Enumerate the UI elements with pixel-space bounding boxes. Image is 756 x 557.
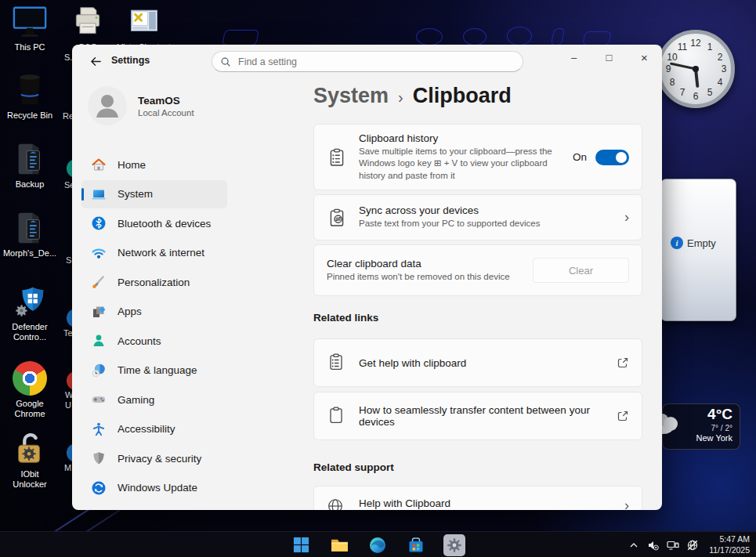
link-label: Help with Clipboard bbox=[359, 497, 613, 509]
icon-label: Recycle Bin bbox=[7, 110, 52, 121]
neon-glyph bbox=[463, 28, 487, 45]
system-tray: 5:47 AM 11/17/2025 bbox=[628, 532, 750, 557]
tray-chevron-up-icon[interactable] bbox=[628, 539, 640, 552]
settings-nav: Home System Bluetooth & devices Network … bbox=[81, 150, 227, 503]
start-button[interactable] bbox=[290, 534, 312, 556]
clock-numeral: 1 bbox=[707, 42, 713, 52]
sidebar-item-accessibility[interactable]: Accessibility bbox=[81, 415, 227, 443]
neon-glyph bbox=[222, 30, 259, 45]
clock-gadget[interactable]: 12 1 2 3 4 5 6 7 8 9 10 11 bbox=[657, 30, 735, 108]
clock-numeral: 2 bbox=[718, 52, 723, 63]
desktop-icon-recycle-bin[interactable]: Recycle Bin bbox=[2, 72, 58, 121]
sidebar-item-system[interactable]: System bbox=[81, 180, 227, 208]
gadget-status-text: Empty bbox=[687, 237, 716, 249]
person-icon bbox=[91, 333, 107, 349]
desktop-icon-defender-control[interactable]: Defender Contro... bbox=[2, 284, 58, 342]
related-support-heading: Related support bbox=[313, 461, 394, 473]
sidebar-item-gaming[interactable]: Gaming bbox=[81, 385, 227, 414]
link-label: How to seamlessly transfer content betwe… bbox=[359, 404, 602, 428]
sidebar-item-bluetooth-devices[interactable]: Bluetooth & devices bbox=[81, 209, 227, 237]
recycle-bin-icon bbox=[12, 72, 48, 108]
partial-icon-label: S bbox=[66, 255, 71, 265]
sidebar-item-network-internet[interactable]: Network & internet bbox=[81, 239, 227, 267]
weather-gadget[interactable]: 4°C 7° / 2° New York bbox=[653, 401, 740, 450]
back-button[interactable] bbox=[85, 51, 107, 71]
settings-main-content: System › Clipboard Clipboard history Sav… bbox=[313, 45, 642, 510]
volume-muted-icon[interactable] bbox=[647, 539, 660, 552]
desktop-icon-backup[interactable]: Backup bbox=[2, 141, 58, 190]
settings-app-button[interactable] bbox=[443, 534, 465, 556]
chevron-icon: › bbox=[624, 497, 629, 510]
taskbar-clock[interactable]: 5:47 AM 11/17/2025 bbox=[709, 534, 750, 555]
apps-icon bbox=[91, 304, 107, 320]
taskbar-time: 5:47 AM bbox=[709, 534, 750, 545]
setting-title: Sync across your devices bbox=[359, 204, 613, 216]
transfer-content-link-row[interactable]: How to seamlessly transfer content betwe… bbox=[313, 392, 642, 440]
arrow-left-icon bbox=[90, 56, 102, 67]
search-icon bbox=[220, 56, 231, 67]
desktop-icon-iobit-unlocker[interactable]: IObit Unlocker bbox=[2, 431, 58, 490]
edge-browser-button[interactable] bbox=[367, 534, 389, 556]
breadcrumb: System › Clipboard bbox=[313, 84, 512, 108]
sidebar-item-apps[interactable]: Apps bbox=[81, 298, 227, 326]
backup-binder-icon bbox=[12, 210, 48, 246]
desktop-icon-morphs-de[interactable]: Morph's_De... bbox=[2, 210, 58, 259]
sidebar-item-time-language[interactable]: Time & language bbox=[81, 356, 227, 385]
defender-shield-icon bbox=[12, 284, 48, 320]
clipboard-list-icon bbox=[327, 353, 347, 373]
desktop-icon-google-chrome[interactable]: Google Chrome bbox=[2, 360, 58, 419]
sidebar-item-home[interactable]: Home bbox=[81, 150, 227, 179]
network-ethernet-icon[interactable] bbox=[667, 539, 679, 552]
icon-label: Morph's_De... bbox=[3, 248, 56, 259]
clock-numeral: 10 bbox=[667, 52, 677, 63]
file-explorer-button[interactable] bbox=[328, 534, 350, 556]
microsoft-store-button[interactable] bbox=[405, 534, 427, 556]
get-help-link-row[interactable]: Get help with clipboard bbox=[313, 338, 642, 387]
system-icon bbox=[91, 186, 107, 202]
toggle-knob bbox=[616, 152, 627, 163]
clock-center-dot bbox=[693, 66, 699, 72]
clock-numeral: 11 bbox=[678, 42, 687, 52]
icon-label: IObit Unlocker bbox=[13, 469, 46, 490]
help-with-clipboard-row[interactable]: Help with Clipboard › bbox=[313, 486, 642, 510]
info-icon: i bbox=[671, 237, 683, 249]
sidebar-gadget-panel[interactable]: i Empty bbox=[660, 179, 736, 321]
avatar bbox=[88, 86, 127, 125]
sidebar-item-personalization[interactable]: Personalization bbox=[81, 268, 227, 296]
clock-numeral: 12 bbox=[690, 38, 700, 49]
setting-description: Paste text from your PC to supported dev… bbox=[359, 218, 594, 230]
page-title: Clipboard bbox=[413, 84, 512, 108]
backup-binder-icon bbox=[12, 141, 48, 177]
user-account-card[interactable]: TeamOS Local Account bbox=[88, 86, 194, 125]
clock-numeral: 5 bbox=[707, 87, 713, 98]
external-link-icon bbox=[617, 410, 629, 422]
neon-glyph bbox=[416, 28, 443, 45]
neon-glyph bbox=[551, 28, 566, 45]
user-account-type: Local Account bbox=[138, 108, 194, 118]
sidebar-item-privacy-security[interactable]: Privacy & security bbox=[81, 444, 227, 472]
breadcrumb-separator: › bbox=[398, 89, 403, 107]
sidebar-item-windows-update[interactable]: Windows Update bbox=[81, 474, 227, 502]
partial-icon-label: U bbox=[65, 400, 71, 410]
bluetooth-icon bbox=[91, 215, 107, 231]
clipboard-history-toggle[interactable] bbox=[595, 150, 629, 165]
wifi-icon bbox=[91, 245, 107, 261]
clear-button[interactable]: Clear bbox=[533, 258, 629, 283]
update-sync-icon bbox=[91, 480, 107, 496]
external-link-icon bbox=[617, 356, 629, 369]
chevron-right-icon: › bbox=[624, 209, 629, 226]
vista-shortcut-icon bbox=[126, 4, 162, 40]
clipboard-sync-icon bbox=[327, 208, 347, 228]
chrome-icon bbox=[12, 360, 48, 396]
desktop-icon-this-pc[interactable]: This PC bbox=[2, 4, 58, 52]
no-internet-globe-icon[interactable] bbox=[686, 539, 699, 552]
setting-title: Clear clipboard data bbox=[327, 258, 521, 269]
taskbar: 5:47 AM 11/17/2025 bbox=[0, 531, 756, 557]
sidebar-item-accounts[interactable]: Accounts bbox=[81, 327, 227, 355]
accessibility-person-icon bbox=[91, 421, 107, 437]
breadcrumb-parent[interactable]: System bbox=[313, 84, 389, 108]
sync-across-devices-row[interactable]: Sync across your devices Paste text from… bbox=[313, 194, 642, 241]
partial-icon-label: Te bbox=[63, 328, 73, 338]
gamepad-icon bbox=[91, 392, 107, 407]
desktop: This PC Q&O S... Vista Shortcut Recycle … bbox=[0, 0, 756, 557]
